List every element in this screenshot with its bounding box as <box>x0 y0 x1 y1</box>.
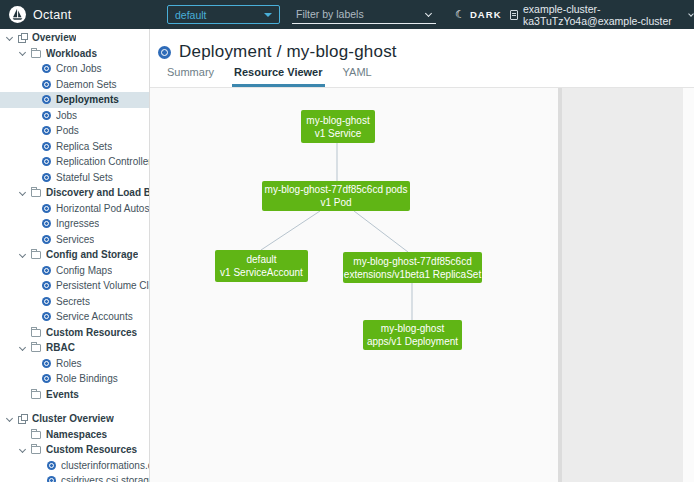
node-kind: apps/v1 Deployment <box>367 335 458 348</box>
sidebar-item-service-accounts[interactable]: Service Accounts <box>0 309 149 325</box>
chevron-down-icon <box>19 446 27 454</box>
sidebar-item-config-and-storage[interactable]: Config and Storage <box>0 247 149 263</box>
sidebar-item-label: Events <box>46 389 79 400</box>
sidebar-item-label: RBAC <box>46 342 75 353</box>
resource-icon <box>42 219 51 228</box>
chevron-down-icon <box>6 415 14 423</box>
sidebar-item-label: Secrets <box>56 296 90 307</box>
sidebar-item-label: Persistent Volume Claims <box>56 280 149 291</box>
sidebar-item-events[interactable]: Events <box>0 387 149 403</box>
sidebar-item-services[interactable]: Services <box>0 232 149 248</box>
graph-edge <box>261 211 320 250</box>
sidebar-item-ingresses[interactable]: Ingresses <box>0 216 149 232</box>
cluster-context-label: example-cluster-ka3TuTzYo4a@example-clus… <box>523 3 683 27</box>
tab-resource-viewer[interactable]: Resource Viewer <box>232 61 324 87</box>
tab-summary[interactable]: Summary <box>165 61 216 87</box>
sidebar-item-overview[interactable]: Overview <box>0 30 149 46</box>
resource-icon <box>42 359 51 368</box>
graph-node-service[interactable]: my-blog-ghostv1 Service <box>301 110 375 143</box>
resource-icon <box>42 281 51 290</box>
sidebar-nav: OverviewWorkloadsCron JobsDaemon SetsDep… <box>0 29 150 482</box>
folder-icon <box>31 344 41 352</box>
sidebar-item-label: Services <box>56 234 94 245</box>
resource-icon <box>42 312 51 321</box>
sidebar-item-daemon-sets[interactable]: Daemon Sets <box>0 77 149 93</box>
sidebar-item-label: Cluster Overview <box>32 413 114 424</box>
sidebar-item-cluster-overview[interactable]: Cluster Overview <box>0 411 149 427</box>
sidebar-item-label: csidrivers.csi.storage.k8s.io <box>61 475 149 482</box>
sidebar-item-secrets[interactable]: Secrets <box>0 294 149 310</box>
folder-icon <box>31 431 41 439</box>
folder-icon <box>31 329 41 337</box>
sidebar-item-stateful-sets[interactable]: Stateful Sets <box>0 170 149 186</box>
sidebar-item-namespaces[interactable]: Namespaces <box>0 427 149 443</box>
sidebar-item-pods[interactable]: Pods <box>0 123 149 139</box>
sidebar-item-label: Custom Resources <box>46 327 137 338</box>
sidebar-item-discovery-and-load-balancing[interactable]: Discovery and Load Balancing <box>0 185 149 201</box>
sidebar-item-horizontal-pod-autoscalers[interactable]: Horizontal Pod Autoscalers <box>0 201 149 217</box>
resource-icon <box>42 126 51 135</box>
sidebar-spacer <box>0 402 149 411</box>
folder-icon <box>31 50 41 58</box>
resource-icon <box>47 461 56 470</box>
sidebar-item-label: Custom Resources <box>46 444 137 455</box>
sidebar-item-label: Pods <box>56 125 79 136</box>
cluster-context-select[interactable]: example-cluster-ka3TuTzYo4a@example-clus… <box>510 0 694 29</box>
sidebar-item-config-maps[interactable]: Config Maps <box>0 263 149 279</box>
octant-logo-icon <box>9 6 26 23</box>
folder-icon <box>31 189 41 197</box>
sidebar-item-replica-sets[interactable]: Replica Sets <box>0 139 149 155</box>
caret-down-icon <box>264 13 272 17</box>
graph-edge <box>354 211 408 252</box>
sidebar-item-clusterinformations-crd-projec[interactable]: clusterinformations.crd.projec <box>0 458 149 474</box>
node-kind: v1 ServiceAccount <box>220 266 303 279</box>
page-scrollbar-track[interactable] <box>683 88 694 482</box>
chevron-down-icon <box>19 189 27 197</box>
tab-bar: SummaryResource ViewerYAML <box>150 61 694 88</box>
sidebar-item-workloads[interactable]: Workloads <box>0 46 149 62</box>
tab-yaml[interactable]: YAML <box>341 61 374 87</box>
graph-node-deployment[interactable]: my-blog-ghostapps/v1 Deployment <box>363 320 462 350</box>
sidebar-item-label: Deployments <box>56 94 119 105</box>
resource-icon <box>47 476 56 482</box>
sidebar-item-label: Config Maps <box>56 265 112 276</box>
page-title: Deployment / my-blog-ghost <box>179 42 397 62</box>
sidebar-item-label: Workloads <box>46 48 97 59</box>
sidebar-item-label: Roles <box>56 358 82 369</box>
sidebar-item-deployments[interactable]: Deployments <box>0 92 149 108</box>
sidebar-item-cron-jobs[interactable]: Cron Jobs <box>0 61 149 77</box>
label-filter-placeholder: Filter by labels <box>296 8 364 20</box>
sidebar-item-label: Ingresses <box>56 218 99 229</box>
folder-icon <box>31 446 41 454</box>
overview-icon <box>18 33 27 42</box>
sidebar-item-replication-controllers[interactable]: Replication Controllers <box>0 154 149 170</box>
sidebar-item-roles[interactable]: Roles <box>0 356 149 372</box>
sidebar-item-persistent-volume-claims[interactable]: Persistent Volume Claims <box>0 278 149 294</box>
resource-icon <box>42 80 51 89</box>
resource-icon <box>42 374 51 383</box>
sidebar-item-rbac[interactable]: RBAC <box>0 340 149 356</box>
node-kind: v1 Service <box>315 127 362 140</box>
resource-icon <box>42 157 51 166</box>
resource-icon <box>42 142 51 151</box>
label-filter-input[interactable]: Filter by labels <box>292 5 436 24</box>
moon-icon: ☾ <box>455 9 465 20</box>
graph-node-pod[interactable]: my-blog-ghost-77df85c6cd podsv1 Pod <box>262 181 410 211</box>
sidebar-item-custom-resources[interactable]: Custom Resources <box>0 325 149 341</box>
sidebar-item-csidrivers-csi-storage-k8s-io[interactable]: csidrivers.csi.storage.k8s.io <box>0 473 149 482</box>
dark-mode-toggle[interactable]: ☾ DARK <box>455 0 502 29</box>
chevron-down-icon <box>19 344 27 352</box>
sidebar-item-custom-resources[interactable]: Custom Resources <box>0 442 149 458</box>
sidebar-item-jobs[interactable]: Jobs <box>0 108 149 124</box>
namespace-select[interactable]: default <box>167 5 280 24</box>
node-name: my-blog-ghost <box>306 114 369 127</box>
sidebar-item-label: Daemon Sets <box>56 79 117 90</box>
graph-node-service-account[interactable]: defaultv1 ServiceAccount <box>215 250 308 282</box>
node-name: my-blog-ghost-77df85c6cd pods <box>265 183 408 196</box>
resource-icon <box>42 173 51 182</box>
sidebar-item-role-bindings[interactable]: Role Bindings <box>0 371 149 387</box>
graph-node-replica-set[interactable]: my-blog-ghost-77df85c6cdextensions/v1bet… <box>343 252 482 283</box>
namespace-value: default <box>175 9 207 21</box>
resource-viewer: my-blog-ghostv1 Servicemy-blog-ghost-77d… <box>150 88 694 482</box>
resource-icon <box>42 297 51 306</box>
